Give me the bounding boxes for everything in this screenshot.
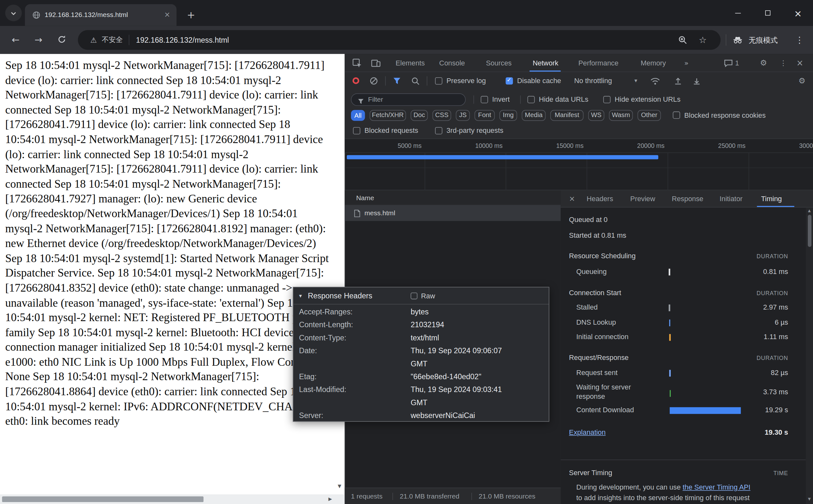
chip-media[interactable]: Media: [522, 110, 545, 121]
throttling-select[interactable]: No throttling: [574, 72, 612, 90]
raw-checkbox[interactable]: [411, 293, 417, 299]
tab-search-button[interactable]: [5, 5, 22, 21]
chip-wasm[interactable]: Wasm: [609, 110, 633, 121]
devtools-tab-sources[interactable]: Sources: [486, 54, 511, 72]
inspect-icon[interactable]: [352, 58, 362, 71]
details-tab-headers[interactable]: Headers: [586, 190, 613, 207]
hide-extension-urls-label[interactable]: Hide extension URLs: [615, 93, 680, 106]
chip-doc[interactable]: Doc: [411, 110, 428, 121]
response-headers-title-row[interactable]: ▾ Response Headers Raw: [294, 287, 549, 304]
devtools-settings-gear-icon[interactable]: ⚙: [760, 54, 767, 72]
blocked-response-cookies-checkbox[interactable]: [673, 112, 680, 119]
security-label[interactable]: 不安全: [102, 30, 123, 50]
details-tab-response[interactable]: Response: [672, 190, 703, 207]
page-hscrollbar[interactable]: ▶: [0, 494, 345, 504]
search-icon[interactable]: [411, 77, 420, 87]
devtools-tab-console[interactable]: Console: [439, 54, 465, 72]
page-hscroll-right-icon[interactable]: ▶: [326, 494, 334, 504]
third-party-requests-checkbox[interactable]: [435, 127, 442, 134]
blocked-requests-label[interactable]: Blocked requests: [364, 125, 418, 136]
network-filter-input[interactable]: Filter: [351, 93, 466, 106]
disable-cache-label[interactable]: Disable cache: [517, 72, 561, 90]
window-minimize-button[interactable]: [723, 0, 753, 26]
name-column-header[interactable]: Name: [356, 190, 374, 205]
blocked-requests-checkbox[interactable]: [353, 127, 360, 134]
disable-cache-checkbox[interactable]: ✓: [506, 77, 513, 85]
chip-fetch-xhr[interactable]: Fetch/XHR: [370, 110, 406, 121]
security-warning-icon[interactable]: ⚠: [90, 30, 97, 50]
scroll-down-icon[interactable]: ▼: [806, 497, 813, 501]
address-bar[interactable]: ⚠ 不安全 192.168.126.132/mess.html ☆: [78, 30, 721, 50]
details-scroll-thumb[interactable]: [808, 215, 811, 247]
chip-ws[interactable]: WS: [588, 110, 604, 121]
record-icon[interactable]: [353, 77, 359, 84]
server-timing-api-link[interactable]: the Server Timing API: [683, 483, 750, 491]
more-tabs-icon[interactable]: »: [684, 54, 689, 72]
ruler-tick: 10000 ms: [466, 139, 502, 152]
chip-manifest[interactable]: Manifest: [550, 110, 583, 121]
hide-extension-urls-checkbox[interactable]: [603, 96, 611, 103]
blocked-response-cookies-label[interactable]: Blocked response cookies: [684, 110, 766, 121]
devtools-close-icon[interactable]: ×: [796, 54, 803, 72]
window-close-button[interactable]: ×: [783, 0, 813, 26]
export-har-icon[interactable]: [693, 77, 701, 87]
devtools-kebab-icon[interactable]: ⋮: [780, 54, 787, 72]
browser-menu-kebab-icon[interactable]: ⋮: [791, 32, 808, 48]
page-vscroll-down-icon[interactable]: ▼: [335, 483, 344, 489]
hide-data-urls-label[interactable]: Hide data URLs: [539, 93, 588, 106]
clear-icon[interactable]: [370, 77, 378, 87]
details-tab-preview[interactable]: Preview: [630, 190, 655, 207]
header-name: Date:: [299, 345, 317, 357]
chip-img[interactable]: Img: [499, 110, 517, 121]
new-tab-button[interactable]: +: [184, 8, 198, 22]
details-tab-timing[interactable]: Timing: [761, 190, 782, 207]
response-headers-title[interactable]: Response Headers: [308, 287, 372, 304]
invert-checkbox[interactable]: [481, 96, 488, 103]
details-tab-initiator[interactable]: Initiator: [720, 190, 743, 207]
details-close-icon[interactable]: ×: [569, 190, 575, 207]
chip-font[interactable]: Font: [475, 110, 495, 121]
disclosure-triangle-icon[interactable]: ▾: [299, 287, 302, 304]
preserve-log-checkbox[interactable]: [435, 77, 442, 85]
raw-label[interactable]: Raw: [421, 287, 435, 304]
forward-button[interactable]: →: [30, 32, 47, 48]
issues-count[interactable]: 1: [735, 54, 739, 72]
tab-close-icon[interactable]: ×: [163, 11, 171, 19]
network-overview[interactable]: [345, 153, 813, 190]
device-toolbar-icon[interactable]: [371, 59, 381, 70]
chip-css[interactable]: CSS: [432, 110, 451, 121]
chip-js[interactable]: JS: [456, 110, 470, 121]
browser-tab[interactable]: 192.168.126.132/mess.html ×: [25, 4, 176, 26]
devtools-tab-performance[interactable]: Performance: [578, 54, 619, 72]
devtools-panel: Elements Console Sources Network Perform…: [345, 54, 813, 504]
import-har-icon[interactable]: [674, 77, 682, 87]
devtools-tab-elements[interactable]: Elements: [396, 54, 425, 72]
devtools-tab-memory[interactable]: Memory: [641, 54, 666, 72]
window-maximize-button[interactable]: [753, 0, 783, 26]
chip-all[interactable]: All: [351, 110, 365, 121]
throttling-caret-icon[interactable]: ▾: [635, 72, 638, 90]
request-name[interactable]: mess.html: [364, 205, 395, 221]
timeline-ruler: 5000 ms 10000 ms 15000 ms 20000 ms 25000…: [345, 139, 813, 153]
devtools-tab-network[interactable]: Network: [533, 54, 558, 72]
incognito-icon: [732, 36, 744, 46]
issues-bubble-icon[interactable]: [724, 59, 733, 69]
third-party-requests-label[interactable]: 3rd-party requests: [446, 125, 503, 136]
scroll-up-icon[interactable]: ▲: [806, 209, 813, 213]
back-button[interactable]: ←: [7, 32, 24, 48]
network-conditions-wifi-icon[interactable]: [650, 77, 660, 87]
preserve-log-label[interactable]: Preserve log: [446, 72, 486, 90]
request-row[interactable]: mess.html: [345, 205, 561, 221]
explanation-link[interactable]: Explanation: [569, 427, 605, 438]
requests-table-header[interactable]: Name: [345, 190, 561, 205]
bookmark-star-icon[interactable]: ☆: [699, 30, 707, 50]
page-hscroll-thumb[interactable]: [2, 496, 203, 502]
details-scrollbar[interactable]: ▲ ▼: [806, 208, 813, 504]
hide-data-urls-checkbox[interactable]: [527, 96, 535, 103]
reload-button[interactable]: [54, 33, 70, 49]
invert-label[interactable]: Invert: [492, 93, 510, 106]
zoom-icon[interactable]: [678, 35, 688, 47]
network-settings-gear-icon[interactable]: ⚙: [799, 72, 806, 90]
chip-other[interactable]: Other: [638, 110, 661, 121]
filter-toggle-icon[interactable]: [393, 77, 401, 87]
